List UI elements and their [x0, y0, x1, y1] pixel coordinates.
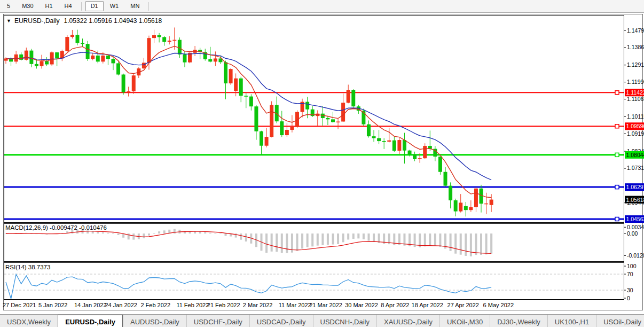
- chart-tab-bar: USDX,WeeklyEURUSD-,DailyAUDUSD-,DailyUSD…: [0, 314, 644, 327]
- timeframe-button-h4[interactable]: H4: [59, 1, 77, 11]
- tab-eurusd-daily[interactable]: EURUSD-,Daily: [58, 315, 123, 327]
- svg-text:18 Apr 2022: 18 Apr 2022: [412, 302, 443, 308]
- svg-text:27 Dec 2021: 27 Dec 2021: [3, 302, 36, 308]
- date-axis[interactable]: 27 Dec 20215 Jan 202214 Jan 202224 Jan 2…: [3, 302, 514, 308]
- timeframe-toolbar: 5M30H1H4D1W1MN: [0, 0, 644, 13]
- tab-uk100-h1[interactable]: UK100-,H1: [547, 315, 596, 327]
- timeframe-button-m30[interactable]: M30: [17, 1, 38, 11]
- svg-text:100: 100: [627, 263, 637, 269]
- svg-text:1.06297: 1.06297: [626, 184, 644, 190]
- svg-text:30: 30: [627, 287, 633, 293]
- svg-text:21 Feb 2022: 21 Feb 2022: [207, 302, 240, 308]
- svg-text:21 Mar 2022: 21 Mar 2022: [309, 302, 342, 308]
- hline-handle[interactable]: [615, 153, 619, 157]
- toolbar-separator: [148, 2, 149, 11]
- tab-usdcnh-daily[interactable]: USDCNH-,Daily: [313, 315, 376, 327]
- rsi-indicator-label: RSI(14) 38.7373: [5, 264, 50, 270]
- tab-usoil-daily[interactable]: USOil-,Daily: [596, 315, 644, 327]
- tab-usdcad-daily[interactable]: USDCAD-,Daily: [249, 315, 313, 327]
- svg-text:1.10115: 1.10115: [627, 113, 644, 120]
- svg-text:1.12915: 1.12915: [627, 61, 644, 68]
- hline-handle[interactable]: [615, 217, 619, 221]
- timeframe-button-5[interactable]: 5: [2, 1, 15, 11]
- svg-text:30 Mar 2022: 30 Mar 2022: [345, 302, 378, 308]
- svg-text:1.11990: 1.11990: [627, 79, 644, 85]
- chart-canvas[interactable]: 1.147901.138651.129151.119901.110651.101…: [0, 13, 644, 314]
- timeframe-button-mn[interactable]: MN: [125, 1, 145, 11]
- svg-text:1.05618: 1.05618: [626, 197, 644, 203]
- svg-text:1.09596: 1.09596: [626, 123, 644, 129]
- tab-ukoil-m30[interactable]: UKOil-,M30: [439, 315, 490, 327]
- chart-dropdown-icon[interactable]: ▼: [6, 18, 11, 24]
- svg-text:11 Feb 2022: 11 Feb 2022: [176, 302, 209, 308]
- toolbar-separator: [81, 2, 82, 11]
- timeframe-button-d1[interactable]: D1: [85, 1, 104, 11]
- macd-indicator-label: MACD(12,26,9) -0.009472 -0.010476: [5, 224, 107, 231]
- svg-text:27 Apr 2022: 27 Apr 2022: [447, 302, 479, 308]
- hline-handle[interactable]: [615, 124, 619, 128]
- svg-text:0.00: 0.00: [627, 230, 638, 237]
- svg-text:0.003408: 0.003408: [627, 224, 644, 230]
- tab-audusd-daily[interactable]: AUDUSD-,Daily: [123, 315, 186, 327]
- svg-text:2 Feb 2022: 2 Feb 2022: [140, 302, 170, 308]
- timeframe-button-h1[interactable]: H1: [40, 1, 58, 11]
- svg-text:2 Mar 2022: 2 Mar 2022: [243, 302, 273, 308]
- svg-text:1.11422: 1.11422: [626, 89, 644, 96]
- svg-text:0: 0: [627, 295, 630, 301]
- hline-handle[interactable]: [615, 185, 619, 189]
- hline-handle[interactable]: [615, 91, 619, 95]
- chart-window[interactable]: 1.147901.138651.129151.119901.110651.101…: [0, 13, 644, 314]
- svg-text:1.09190: 1.09190: [627, 130, 644, 137]
- svg-text:1.07315: 1.07315: [627, 165, 644, 171]
- svg-text:24 Jan 2022: 24 Jan 2022: [105, 302, 137, 308]
- chart-title-symbol: EURUSD-,Daily: [14, 17, 60, 25]
- tab-xauusd-daily[interactable]: XAUUSD-,Daily: [376, 315, 439, 327]
- chart-title-ohlc: 1.05322 1.05916 1.04943 1.05618: [64, 17, 162, 25]
- tab-usdchf-daily[interactable]: USDCHF-,Daily: [186, 315, 249, 327]
- svg-text:8 Apr 2022: 8 Apr 2022: [381, 302, 409, 308]
- tab-dj30-weekly[interactable]: DJ30-,Weekly: [490, 315, 547, 327]
- chart-title: ▼EURUSD-,Daily1.05322 1.05916 1.04943 1.…: [6, 17, 162, 25]
- svg-text:-0.01205: -0.01205: [627, 252, 644, 259]
- tab-usdx-weekly[interactable]: USDX,Weekly: [0, 315, 58, 327]
- svg-text:1.13865: 1.13865: [627, 44, 644, 50]
- svg-text:70: 70: [627, 271, 633, 277]
- svg-text:6 May 2022: 6 May 2022: [483, 302, 514, 308]
- svg-text:1.14790: 1.14790: [627, 27, 644, 34]
- svg-text:11 Mar 2022: 11 Mar 2022: [279, 302, 311, 308]
- svg-text:1.08044: 1.08044: [626, 152, 644, 158]
- svg-text:1.11065: 1.11065: [627, 96, 644, 102]
- svg-text:5 Jan 2022: 5 Jan 2022: [38, 302, 67, 308]
- svg-text:14 Jan 2022: 14 Jan 2022: [74, 302, 107, 308]
- timeframe-button-w1[interactable]: W1: [105, 1, 124, 11]
- svg-text:1.04562: 1.04562: [626, 216, 644, 222]
